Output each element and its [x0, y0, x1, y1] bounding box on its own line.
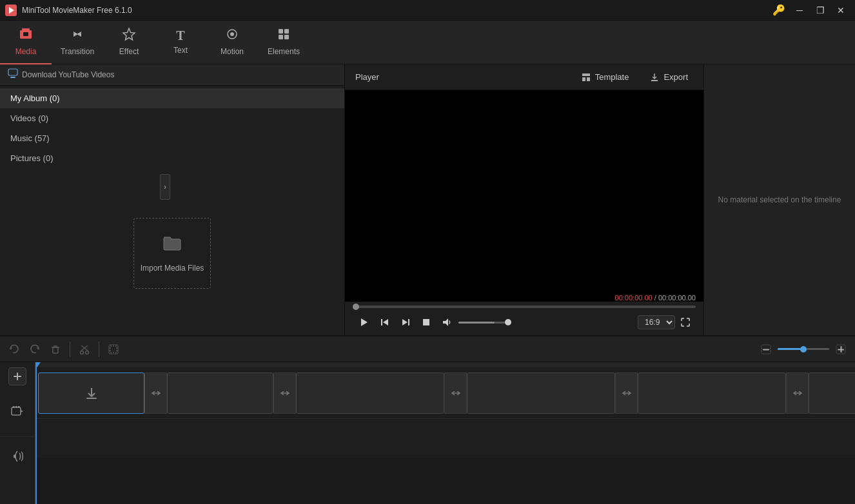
- zoom-plus-button[interactable]: [832, 340, 850, 358]
- video-clip-5[interactable]: [638, 373, 786, 414]
- svg-rect-40: [86, 398, 97, 399]
- video-clip-2[interactable]: [167, 373, 273, 414]
- svg-marker-5: [123, 28, 135, 40]
- crop-button[interactable]: [104, 340, 123, 358]
- playback-bar: 00:00:00.00 / 00:00:00.00: [345, 302, 703, 335]
- toolbar-text-label: Text: [173, 46, 188, 55]
- playhead-triangle: [35, 362, 41, 369]
- toolbar-separator-1: [70, 342, 70, 357]
- toolbar-motion-label: Motion: [221, 47, 244, 56]
- svg-marker-17: [402, 319, 408, 325]
- title-actions: 🔑 ─ ❐ ✕: [770, 1, 850, 19]
- undo-button[interactable]: [5, 340, 23, 358]
- svg-rect-35: [12, 407, 21, 415]
- library-my-album[interactable]: My Album (0): [0, 88, 344, 108]
- toolbar-effect[interactable]: Effect: [103, 21, 155, 64]
- aspect-ratio-select[interactable]: 16:9 4:3 1:1 9:16: [638, 315, 675, 329]
- library-pictures[interactable]: Pictures (0): [0, 148, 344, 168]
- svg-rect-16: [381, 319, 382, 325]
- video-clip-1[interactable]: [38, 373, 144, 414]
- close-button[interactable]: ✕: [832, 1, 850, 19]
- zoom-track[interactable]: [778, 348, 829, 350]
- video-clip-4[interactable]: [467, 373, 615, 414]
- restore-button[interactable]: ❐: [811, 1, 829, 19]
- svg-marker-20: [443, 318, 448, 326]
- redo-button[interactable]: [26, 340, 44, 358]
- volume-button[interactable]: [438, 313, 456, 331]
- svg-point-24: [81, 351, 84, 354]
- media-icon: [19, 27, 33, 44]
- video-clip-3[interactable]: [296, 373, 444, 414]
- library-videos[interactable]: Videos (0): [0, 108, 344, 128]
- toolbar-media[interactable]: Media: [0, 21, 52, 64]
- key-button[interactable]: 🔑: [770, 1, 788, 19]
- playhead[interactable]: [35, 362, 37, 504]
- next-button[interactable]: [397, 313, 415, 331]
- download-bar[interactable]: Download YouTube Videos: [0, 64, 344, 86]
- svg-rect-12: [8, 69, 17, 75]
- transition-clip-4[interactable]: [615, 373, 638, 414]
- motion-icon: [225, 27, 239, 44]
- video-track: [35, 367, 855, 419]
- transition-clip-3[interactable]: [444, 373, 467, 414]
- export-button[interactable]: Export: [644, 70, 693, 85]
- toolbar-transition[interactable]: Transition: [52, 21, 103, 64]
- no-material-message: No material selected on the timeline: [718, 195, 841, 204]
- svg-rect-8: [279, 29, 283, 34]
- progress-dot[interactable]: [353, 304, 359, 310]
- player-panel: Player Template Export: [345, 64, 703, 335]
- svg-rect-9: [284, 29, 289, 34]
- toolbar-motion[interactable]: Motion: [206, 21, 258, 64]
- svg-rect-19: [423, 319, 429, 325]
- library-music[interactable]: Music (57): [0, 128, 344, 148]
- prev-button[interactable]: [376, 313, 394, 331]
- svg-point-7: [230, 32, 234, 36]
- transition-clip-2[interactable]: [273, 373, 296, 414]
- download-label: Download YouTube Videos: [22, 70, 114, 79]
- toolbar-elements[interactable]: Elements: [258, 21, 310, 64]
- expand-panel-button[interactable]: ›: [160, 174, 170, 200]
- transition-clip-5[interactable]: [786, 373, 809, 414]
- time-total: 00:00:00.00: [658, 294, 696, 302]
- svg-rect-26: [110, 346, 117, 353]
- cut-button[interactable]: [75, 340, 93, 358]
- transition-clip-1[interactable]: [144, 373, 167, 414]
- video-screen: [345, 90, 703, 302]
- export-label: Export: [663, 72, 688, 82]
- toolbar-transition-label: Transition: [61, 47, 94, 56]
- svg-rect-23: [53, 347, 58, 353]
- svg-rect-18: [408, 319, 409, 325]
- download-icon: [8, 68, 18, 81]
- stop-button[interactable]: [417, 313, 435, 331]
- timeline-tracks: [35, 362, 855, 504]
- delete-button[interactable]: [46, 340, 64, 358]
- svg-rect-4: [23, 32, 28, 36]
- library-tabs: My Album (0) Videos (0) Music (57) Pictu…: [0, 86, 344, 171]
- audio-track: [35, 419, 855, 458]
- timeline-toolbar: [0, 336, 855, 362]
- timeline-zoom-controls: [757, 340, 850, 358]
- svg-rect-31: [841, 346, 842, 353]
- app-logo-icon: [5, 5, 17, 16]
- text-icon: T: [176, 28, 184, 43]
- import-label: Import Media Files: [141, 264, 204, 273]
- svg-marker-36: [21, 410, 23, 412]
- toolbar-text[interactable]: T Text: [155, 21, 206, 64]
- play-button[interactable]: [355, 313, 373, 331]
- import-media-box[interactable]: Import Media Files: [133, 218, 211, 289]
- svg-marker-15: [383, 319, 388, 325]
- video-clip-6[interactable]: [809, 373, 855, 414]
- toolbar-media-label: Media: [15, 47, 37, 56]
- left-panel: Download YouTube Videos My Album (0) Vid…: [0, 64, 345, 335]
- add-media-button[interactable]: [8, 367, 26, 385]
- timeline-ruler: [35, 362, 855, 367]
- minimize-button[interactable]: ─: [791, 1, 809, 19]
- fullscreen-button[interactable]: [678, 315, 693, 330]
- time-current: 00:00:00.00: [615, 294, 653, 302]
- zoom-minus-button[interactable]: [757, 340, 775, 358]
- progress-track[interactable]: 00:00:00.00 / 00:00:00.00: [353, 305, 696, 308]
- effect-icon: [122, 27, 136, 44]
- svg-rect-39: [18, 406, 20, 408]
- template-button[interactable]: Template: [576, 70, 634, 85]
- volume-slider[interactable]: [458, 322, 510, 324]
